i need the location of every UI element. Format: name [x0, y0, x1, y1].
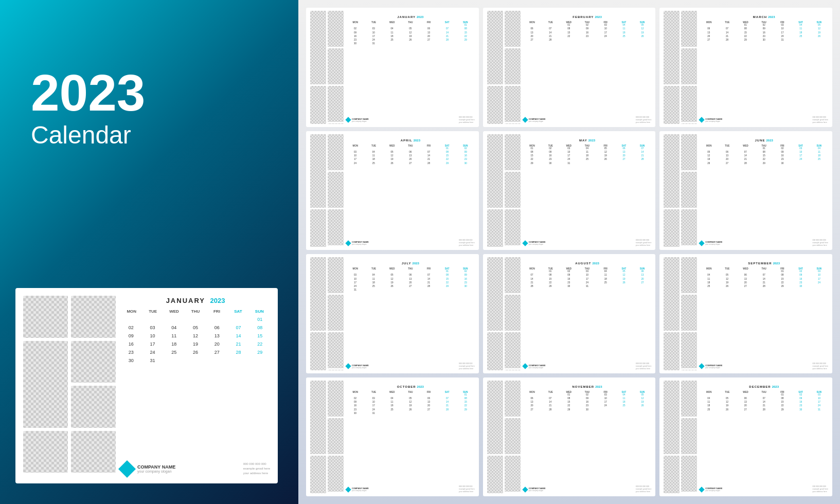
contact-info: 000 000 000 000 example gmail here your …	[243, 462, 270, 476]
mini-month-header: SEPTEMBER2023	[700, 257, 828, 266]
mini-cal-august: AUGUST2023MONTUEWEDTHUFRISATSUN010203040…	[483, 254, 656, 373]
photo-7	[71, 431, 116, 473]
mini-month-header: JUNE2023	[700, 134, 828, 143]
large-days-header: MON TUE WED THU FRI SAT SUN	[121, 309, 270, 314]
mini-month-name: APRIL	[401, 139, 413, 142]
mini-photo-3	[681, 295, 697, 331]
mini-photo-4	[310, 209, 326, 247]
mini-year: 2023	[766, 139, 773, 142]
mini-photo-2	[505, 11, 521, 47]
mini-month-header: AUGUST2023	[523, 257, 652, 266]
day-fri: FRI	[206, 309, 227, 314]
mini-photo-4	[310, 86, 326, 123]
photo-2	[71, 296, 116, 338]
mini-cal-november: NOVEMBER2023MONTUEWEDTHUFRISATSUN0102030…	[483, 377, 656, 497]
mini-photos	[310, 11, 344, 124]
mini-photo-5	[505, 209, 521, 245]
email: example gmail here	[243, 466, 270, 471]
mini-footer: COMPANY NAME your company slogan 000 000…	[346, 485, 475, 493]
large-cal-photos	[23, 296, 116, 476]
mini-footer: COMPANY NAME your company slogan 000 000…	[346, 363, 475, 370]
mini-month-name: OCTOBER	[397, 385, 416, 388]
mini-month-header: FEBRUARY2023	[523, 11, 652, 20]
address: your address here	[243, 471, 270, 476]
mini-year: 2023	[768, 15, 775, 19]
mini-photo-3	[328, 48, 344, 84]
company-slogan: your company slogan	[137, 470, 175, 473]
mini-month-header: JULY2023	[346, 257, 475, 266]
mini-photo-5	[505, 332, 521, 368]
mini-photo-5	[328, 332, 344, 368]
mini-footer: COMPANY NAME your company slogan 000 000…	[700, 485, 828, 493]
mini-photo-5	[328, 456, 344, 492]
mini-cal-content: MARCH2023MONTUEWEDTHUFRISATSUN0102030405…	[700, 11, 828, 124]
mini-photo-2	[328, 11, 344, 47]
mini-cal-content: SEPTEMBER2023MONTUEWEDTHUFRISATSUN010203…	[700, 257, 828, 370]
mini-photo-1	[310, 134, 326, 208]
mini-photo-4	[664, 332, 680, 370]
mini-cal-september: SEPTEMBER2023MONTUEWEDTHUFRISATSUN010203…	[659, 254, 832, 373]
mini-cal-june: JUNE2023MONTUEWEDTHUFRISATSUN01020304050…	[659, 131, 832, 250]
mini-cal-grid: 0102030405060708091011121314151617181920…	[346, 147, 475, 166]
mini-photo-4	[664, 86, 680, 123]
mini-cal-grid: 0102030405060708091011121314151617181920…	[700, 147, 828, 166]
mini-cal-content: AUGUST2023MONTUEWEDTHUFRISATSUN010203040…	[523, 257, 652, 370]
photo-1	[23, 296, 68, 338]
mini-photo-3	[328, 418, 344, 454]
mini-photos	[487, 11, 521, 124]
mini-cal-content: FEBRUARY2023MONTUEWEDTHUFRISATSUN0102030…	[523, 11, 652, 124]
mini-year: 2023	[413, 262, 419, 265]
mini-cal-grid: 0102030405060708091011121314151617181920…	[700, 24, 828, 42]
mini-month-header: MARCH2023	[700, 11, 828, 20]
phone: 000 000 000 000	[243, 462, 270, 466]
mini-diamond	[345, 240, 351, 246]
mini-cal-grid: 0102030405060708091011121314151617181920…	[700, 270, 828, 289]
mini-photo-3	[328, 172, 344, 208]
mini-photo-3	[505, 48, 521, 84]
large-year-num: 2023	[210, 297, 225, 304]
mini-diamond	[522, 487, 528, 492]
mini-footer: COMPANY NAME your company slogan 000 000…	[523, 363, 652, 370]
mini-diamond	[345, 363, 351, 369]
mini-photo-4	[487, 456, 503, 493]
mini-month-header: APRIL2023	[346, 134, 475, 143]
large-calendar-preview: JANUARY 2023 MON TUE WED THU FRI SAT SUN	[15, 288, 278, 483]
mini-cal-december: DECEMBER2023MONTUEWEDTHUFRISATSUN0102030…	[659, 377, 832, 497]
mini-cal-content: JULY2023MONTUEWEDTHUFRISATSUN01020304050…	[346, 257, 475, 370]
mini-cal-grid: 0102030405060708091011121314151617181920…	[346, 393, 475, 416]
mini-month-name: NOVEMBER	[572, 385, 594, 388]
photo-4	[71, 341, 116, 383]
photo-6	[23, 431, 68, 473]
mini-year: 2023	[595, 385, 602, 388]
mini-photo-4	[487, 86, 503, 123]
mini-photo-5	[681, 456, 697, 492]
mini-footer: COMPANY NAME your company slogan 000 000…	[346, 116, 475, 124]
mini-contact: 000 000 000 000example gmail hereyour ad…	[636, 485, 652, 493]
mini-cal-grid: 0102030405060708091011121314151617181920…	[346, 24, 475, 46]
mini-photo-1	[487, 134, 503, 208]
large-cal-month: JANUARY 2023	[121, 296, 270, 305]
mini-cal-content: JUNE2023MONTUEWEDTHUFRISATSUN01020304050…	[700, 134, 828, 247]
day-sun: SUN	[249, 309, 270, 314]
mini-footer: COMPANY NAME your company slogan 000 000…	[346, 239, 475, 247]
mini-diamond	[522, 240, 528, 246]
mini-company-name: COMPANY NAME	[529, 364, 546, 367]
mini-company-name: COMPANY NAME	[705, 118, 722, 120]
mini-photo-1	[664, 11, 680, 84]
mini-photos	[664, 134, 697, 247]
mini-photo-1	[310, 381, 326, 454]
mini-contact: 000 000 000 000example gmail hereyour ad…	[812, 363, 828, 370]
mini-contact: 000 000 000 000example gmail hereyour ad…	[459, 485, 475, 493]
mini-cal-january: JANUARY2023MONTUEWEDTHUFRISATSUN01020304…	[306, 8, 479, 127]
mini-year: 2023	[417, 385, 424, 388]
mini-cal-may: MAY2023MONTUEWEDTHUFRISATSUN010203040506…	[483, 131, 656, 250]
mini-photos	[487, 381, 521, 494]
mini-footer: COMPANY NAME your company slogan 000 000…	[700, 116, 828, 124]
mini-diamond	[699, 487, 705, 492]
mini-photo-2	[681, 11, 697, 47]
mini-month-header: MAY2023	[523, 134, 652, 143]
photo-5	[71, 386, 116, 428]
mini-company-name: COMPANY NAME	[529, 118, 546, 120]
mini-photos	[487, 257, 521, 370]
mini-cal-grid: 0102030405060708091011121314151617181920…	[523, 270, 652, 289]
